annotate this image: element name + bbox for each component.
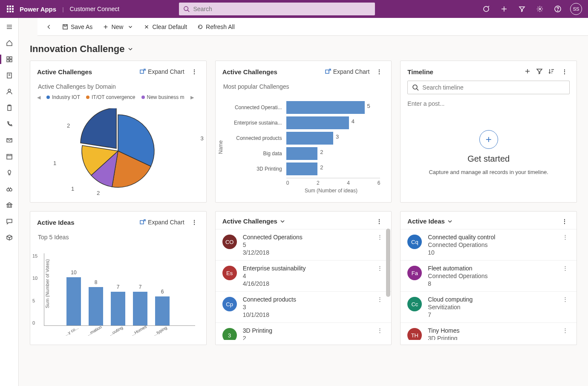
- more-icon[interactable]: ⋮: [561, 265, 570, 271]
- more-icon[interactable]: ⋮: [561, 296, 570, 302]
- more-icon[interactable]: ⋮: [375, 296, 384, 302]
- expand-chart-button[interactable]: Expand Chart: [139, 219, 184, 226]
- svg-line-1: [188, 10, 190, 12]
- nav-dashboard[interactable]: [0, 52, 19, 67]
- search-icon: [412, 84, 419, 91]
- filter-icon[interactable]: [536, 68, 543, 76]
- search-input[interactable]: [193, 6, 371, 12]
- nav-phone[interactable]: [0, 117, 19, 131]
- row-sub1: 5: [243, 241, 376, 248]
- row-title: Cloud computing: [428, 296, 561, 303]
- list-item[interactable]: TH Tiny Homes 3D Printing ⋮: [401, 322, 576, 340]
- svg-line-39: [9, 236, 12, 238]
- timeline-post-input[interactable]: [407, 99, 570, 109]
- pie-chart: [75, 108, 161, 194]
- plus-circle-icon[interactable]: +: [479, 130, 498, 149]
- list-item[interactable]: 3 3D Printing 2 ⋮: [216, 322, 392, 340]
- nav-binoculars[interactable]: [0, 182, 19, 196]
- nav-clipboard[interactable]: [0, 101, 19, 115]
- nav-hamburger[interactable]: [0, 20, 19, 34]
- nav-package[interactable]: [0, 230, 19, 245]
- add-icon[interactable]: [496, 0, 512, 18]
- save-as-button[interactable]: Save As: [59, 22, 96, 32]
- avatar: Es: [222, 266, 237, 280]
- nav-idea[interactable]: [0, 165, 19, 180]
- list-item[interactable]: Fa Fleet automation Connected Operations…: [401, 260, 576, 291]
- refresh-all-button[interactable]: Refresh All: [194, 22, 238, 32]
- chevron-down-icon: [447, 218, 453, 225]
- new-button[interactable]: New: [99, 22, 137, 32]
- nav-contact[interactable]: [0, 84, 19, 99]
- more-icon[interactable]: ⋮: [560, 68, 570, 75]
- row-title: Enterprise sustainability: [243, 265, 376, 272]
- pie-legend: ◀ Industry IOT IT/OT convergence New bus…: [37, 94, 199, 100]
- timeline-search-input[interactable]: [422, 84, 565, 91]
- list-item[interactable]: Cq Connected quality control Connected O…: [401, 229, 576, 260]
- chart-subtitle: Most popular Challenges: [223, 83, 385, 90]
- svg-rect-14: [10, 57, 12, 59]
- list-item[interactable]: CO Connected Operations 5 3/12/2018 ⋮: [216, 229, 392, 260]
- more-icon[interactable]: ⋮: [375, 234, 384, 240]
- expand-chart-button[interactable]: Expand Chart: [325, 68, 370, 75]
- row-sub1: 3: [243, 304, 376, 311]
- more-icon[interactable]: ⋮: [560, 218, 570, 225]
- avatar: Cp: [222, 297, 237, 311]
- svg-rect-48: [326, 70, 329, 73]
- row-title: Connected Operations: [243, 234, 376, 241]
- nav-bank[interactable]: [0, 198, 19, 212]
- nav-chat[interactable]: [0, 214, 19, 229]
- target-icon[interactable]: [478, 0, 494, 18]
- global-search[interactable]: [179, 3, 375, 15]
- svg-line-3: [488, 6, 489, 7]
- row-sub1: 4: [243, 273, 376, 279]
- help-icon[interactable]: [550, 0, 566, 18]
- nav-mail[interactable]: [0, 133, 19, 148]
- x-axis-label: Sum (Number of ideas): [282, 188, 380, 194]
- svg-rect-13: [7, 57, 9, 59]
- svg-marker-52: [537, 69, 542, 74]
- card-title: Active Challenges: [37, 68, 92, 75]
- legend-next-icon[interactable]: ▶: [190, 95, 194, 100]
- svg-rect-24: [7, 154, 12, 159]
- nav-entity[interactable]: [0, 68, 19, 83]
- row-sub2: 8: [428, 280, 561, 287]
- list-item[interactable]: Cp Connected products 3 10/1/2018 ⋮: [216, 291, 392, 322]
- list-item[interactable]: Cc Cloud computing Servitization 7 ⋮: [401, 291, 576, 322]
- more-icon[interactable]: ⋮: [190, 219, 199, 226]
- more-icon[interactable]: ⋮: [375, 265, 384, 271]
- app-launcher-icon[interactable]: [3, 2, 17, 16]
- more-icon[interactable]: ⋮: [375, 327, 384, 334]
- more-icon[interactable]: ⋮: [190, 68, 199, 75]
- more-icon[interactable]: ⋮: [561, 234, 570, 240]
- svg-point-20: [8, 89, 11, 92]
- nav-calendar[interactable]: [0, 149, 19, 164]
- more-icon[interactable]: ⋮: [375, 218, 384, 225]
- card-title[interactable]: Active Ideas: [407, 218, 453, 225]
- more-icon[interactable]: ⋮: [375, 68, 384, 75]
- app-name[interactable]: Customer Connect: [70, 6, 120, 12]
- more-icon[interactable]: ⋮: [561, 327, 570, 334]
- legend-prev-icon[interactable]: ◀: [37, 95, 40, 100]
- timeline-search[interactable]: [407, 81, 570, 94]
- nav-home[interactable]: [0, 36, 19, 50]
- filter-icon[interactable]: [514, 0, 530, 18]
- list-item[interactable]: Es Enterprise sustainability 4 4/16/2018…: [216, 260, 392, 291]
- scrollbar[interactable]: [386, 229, 390, 297]
- settings-icon[interactable]: [532, 0, 548, 18]
- sort-icon[interactable]: [548, 68, 555, 76]
- back-button[interactable]: [43, 22, 55, 32]
- row-title: Tiny Homes: [428, 327, 561, 334]
- row-sub1: Connected Operations: [428, 273, 561, 279]
- card-title: Active Ideas: [37, 219, 75, 226]
- hbar-chart-card: Active Challenges Expand Chart ⋮ Most po…: [215, 61, 392, 203]
- page-title[interactable]: Innovation Challenge: [30, 44, 577, 55]
- card-title[interactable]: Active Challenges: [222, 218, 286, 225]
- svg-rect-41: [63, 24, 68, 29]
- user-avatar[interactable]: SS: [570, 3, 582, 15]
- expand-chart-button[interactable]: Expand Chart: [139, 68, 184, 75]
- clear-default-button[interactable]: Clear Default: [140, 22, 190, 32]
- row-sub2: 7: [428, 311, 561, 318]
- avatar: Fa: [407, 266, 422, 280]
- avatar: Cq: [407, 235, 422, 249]
- add-icon[interactable]: [524, 68, 531, 76]
